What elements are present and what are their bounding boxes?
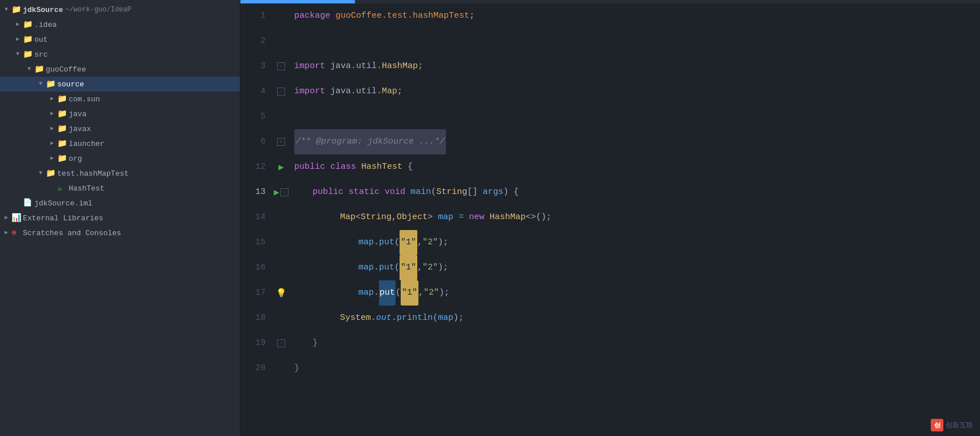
gutter-12: ▶ <box>272 154 290 180</box>
kw-public-13: public <box>313 180 343 205</box>
gutter-4: − <box>272 79 290 104</box>
fold-comment[interactable]: + <box>277 138 285 146</box>
arrow-ext-libs <box>2 214 10 222</box>
code-line-16: map.put("1","2"); <box>294 255 980 280</box>
arrow-idea <box>14 21 22 29</box>
kw-class: class <box>330 154 356 180</box>
file-tree: 📁 jdkSource ~/work-guo/IdeaP 📁 .idea 📁 o… <box>0 0 240 436</box>
tree-item-org[interactable]: 📁 org <box>0 151 240 166</box>
gutter-19: − <box>272 331 290 356</box>
gutter-2 <box>272 29 290 54</box>
watermark-text: 创新互联 <box>946 421 973 430</box>
HashTest-label: HashTest <box>69 184 104 193</box>
code-editor: 1 2 3 4 5 6 12 13 14 15 16 17 18 19 20 −… <box>240 0 980 436</box>
arrow-guoCoffee <box>25 65 33 73</box>
com-sun-label: com.sun <box>69 95 100 104</box>
tree-item-javax[interactable]: 📁 javax <box>0 121 240 136</box>
folder-icon-java: 📁 <box>57 109 66 118</box>
root-path: ~/work-guo/IdeaP <box>65 6 131 14</box>
ln-18: 18 <box>255 306 266 331</box>
org-label: org <box>69 154 82 163</box>
ln-15: 15 <box>255 230 266 255</box>
tree-item-out[interactable]: 📁 out <box>0 32 240 47</box>
tree-item-ext-libs[interactable]: 📊 External Libraries <box>0 211 240 225</box>
ln-20: 20 <box>255 356 266 381</box>
scratches-label: Scratches and Consoles <box>23 229 121 237</box>
ln-17: 17 <box>255 280 266 306</box>
ln-16: 16 <box>255 255 266 280</box>
fold-import4[interactable]: − <box>277 88 285 96</box>
code-line-14: Map<String,Object> map = new HashMap<>()… <box>294 205 980 230</box>
folder-icon-com-sun: 📁 <box>57 94 66 104</box>
run-class-button[interactable]: ▶ <box>278 161 284 173</box>
code-line-18: System.out.println(map); <box>294 306 980 331</box>
ln-14: 14 <box>255 205 266 230</box>
folder-icon-root: 📁 <box>11 5 21 14</box>
code-area[interactable]: 1 2 3 4 5 6 12 13 14 15 16 17 18 19 20 −… <box>240 3 980 436</box>
tree-item-HashTest[interactable]: ☕ HashTest <box>0 181 240 196</box>
kw-static: static <box>349 180 380 205</box>
gutter-20 <box>272 356 290 381</box>
tree-item-java[interactable]: 📁 java <box>0 106 240 121</box>
ln-1: 1 <box>260 3 266 29</box>
tree-item-src[interactable]: 📁 src <box>0 47 240 62</box>
tree-item-idea[interactable]: 📁 .idea <box>0 17 240 32</box>
tree-item-guoCoffee[interactable]: 📁 guoCoffee <box>0 62 240 77</box>
arrow-java <box>48 110 56 118</box>
code-line-15: map.put("1","2"); <box>294 230 980 255</box>
fold-19[interactable]: − <box>277 339 285 347</box>
code-line-3: import java.util.HashMap; <box>294 54 980 79</box>
tree-item-root[interactable]: 📁 jdkSource ~/work-guo/IdeaP <box>0 2 240 17</box>
ext-libs-icon: 📊 <box>11 213 21 223</box>
code-line-6: /** @program: jdkSource ...*/ <box>294 129 980 154</box>
folder-icon-hashMapTest: 📁 <box>46 169 55 178</box>
folder-icon-javax: 📁 <box>57 124 66 133</box>
ln-2: 2 <box>260 29 266 54</box>
arrow-com-sun <box>48 95 56 103</box>
code-line-19: } <box>294 331 980 356</box>
gutter-3: − <box>272 54 290 79</box>
sidebar: 📁 jdkSource ~/work-guo/IdeaP 📁 .idea 📁 o… <box>0 0 240 436</box>
ln-3: 3 <box>260 54 266 79</box>
launcher-label: launcher <box>69 140 104 148</box>
arrow-org <box>48 154 56 162</box>
line-numbers: 1 2 3 4 5 6 12 13 14 15 16 17 18 19 20 <box>240 3 272 436</box>
folder-icon-launcher: 📁 <box>57 139 66 148</box>
ln-19: 19 <box>255 331 266 356</box>
javax-label: javax <box>69 125 91 133</box>
tree-item-iml[interactable]: 📄 jdkSource.iml <box>0 196 240 211</box>
arrow-hashMapTest <box>37 169 45 177</box>
pkg-name: guoCoffee.test.hashMapTest <box>335 3 469 29</box>
code-lines[interactable]: package guoCoffee.test.hashMapTest; impo… <box>290 3 980 436</box>
tree-item-launcher[interactable]: 📁 launcher <box>0 136 240 151</box>
bulb-icon-17[interactable]: 💡 <box>276 288 287 299</box>
arrow-src <box>14 50 22 58</box>
ln-5: 5 <box>260 104 266 129</box>
source-label: source <box>57 80 84 89</box>
tree-item-scratches[interactable]: ⊕ Scratches and Consoles <box>0 225 240 240</box>
run-main-button[interactable]: ▶ <box>274 187 279 198</box>
kw-void: void <box>385 180 405 205</box>
fold-import3[interactable]: − <box>277 62 285 70</box>
tree-item-source[interactable]: 📁 source <box>0 77 240 92</box>
tree-item-hashMapTest[interactable]: 📁 test.hashMapTest <box>0 166 240 181</box>
ln-4: 4 <box>260 79 266 104</box>
arrow-root <box>2 6 10 14</box>
folder-icon-source: 📁 <box>46 80 55 89</box>
folder-icon-org: 📁 <box>57 154 66 163</box>
java-label: java <box>69 110 86 118</box>
gutter-15 <box>272 230 290 255</box>
kw-import2: import <box>294 79 325 104</box>
ext-libs-label: External Libraries <box>23 214 103 223</box>
src-label: src <box>34 50 48 59</box>
folder-icon-src: 📁 <box>23 50 32 59</box>
fold-main[interactable]: − <box>280 188 289 196</box>
idea-label: .idea <box>34 21 57 29</box>
tree-item-com-sun[interactable]: 📁 com.sun <box>0 92 240 106</box>
guoCoffee-label: guoCoffee <box>46 65 86 74</box>
iml-file-icon: 📄 <box>23 199 32 208</box>
scratches-icon: ⊕ <box>11 228 21 237</box>
ln-6: 6 <box>260 129 266 154</box>
comment-block: /** @program: jdkSource ...*/ <box>294 129 446 154</box>
gutter-5 <box>272 104 290 129</box>
